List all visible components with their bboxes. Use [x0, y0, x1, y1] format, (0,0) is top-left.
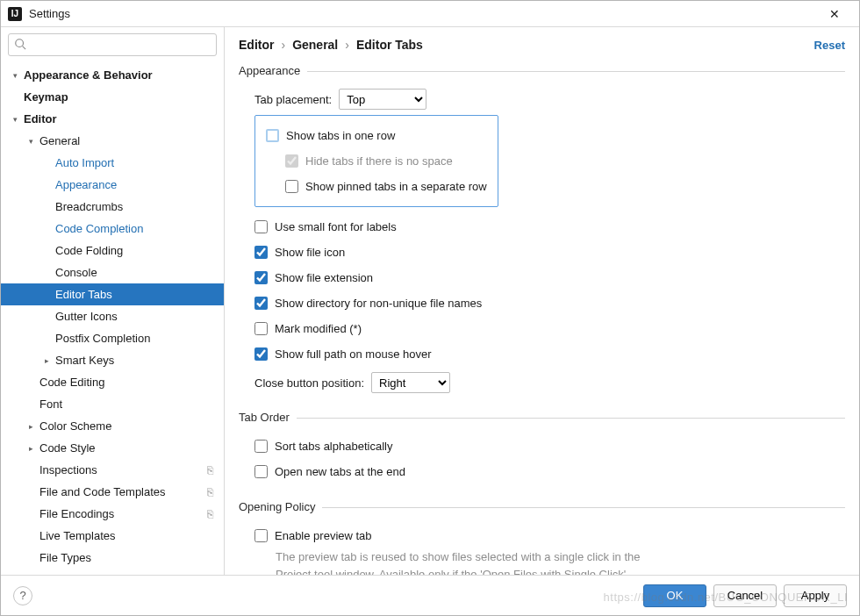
svg-line-1 — [23, 47, 26, 50]
tree-item-auto-import[interactable]: Auto Import — [1, 152, 224, 174]
show-file-icon-checkbox[interactable]: Show file icon — [239, 240, 845, 265]
tree-item-file-types[interactable]: File Types — [1, 547, 224, 569]
tree-item-label: Postfix Completion — [52, 332, 150, 345]
tree-item-breadcrumbs[interactable]: Breadcrumbs — [1, 196, 224, 218]
tree-item-label: Code Folding — [52, 244, 123, 257]
tree-item-appearance-behavior[interactable]: ▾Appearance & Behavior — [1, 64, 224, 86]
checkbox-icon — [254, 246, 268, 259]
settings-tree: ▾Appearance & BehaviorKeymap▾Editor▾Gene… — [1, 62, 224, 575]
tree-item-editor-tabs[interactable]: Editor Tabs — [1, 283, 224, 305]
tree-item-label: Keymap — [20, 90, 68, 104]
settings-content: Editor › General › Editor Tabs Reset App… — [225, 27, 859, 575]
project-scope-icon: ⎘ — [207, 508, 213, 520]
chevron-right-icon: ▸ — [25, 444, 36, 453]
cancel-button[interactable]: Cancel — [713, 584, 777, 607]
tree-item-label: Editor Tabs — [52, 288, 112, 301]
tree-item-label: Code Style — [36, 441, 96, 455]
apply-button[interactable]: Apply — [784, 584, 847, 607]
show-directory-checkbox[interactable]: Show directory for non-unique file names — [239, 290, 845, 316]
tree-item-gutter-icons[interactable]: Gutter Icons — [1, 305, 224, 327]
tree-item-code-completion[interactable]: Code Completion — [1, 218, 224, 240]
tree-item-color-scheme[interactable]: ▸Color Scheme — [1, 415, 224, 437]
tree-item-label: Gutter Icons — [52, 310, 118, 323]
tree-item-label: Console — [52, 266, 97, 279]
checkbox-icon — [254, 220, 268, 233]
group-opening-policy: Opening Policy — [239, 500, 845, 514]
tree-item-label: Code Completion — [52, 222, 143, 235]
tree-item-label: Appearance & Behavior — [20, 68, 153, 82]
close-button-position-select[interactable]: Right — [371, 372, 450, 393]
tab-placement-select[interactable]: Top — [339, 89, 426, 110]
tree-item-postfix-completion[interactable]: Postfix Completion — [1, 327, 224, 349]
help-button[interactable]: ? — [13, 586, 32, 605]
show-pinned-separate-checkbox[interactable]: Show pinned tabs in a separate row — [255, 174, 489, 199]
breadcrumb-seg[interactable]: General — [292, 38, 338, 52]
tabs-one-row-frame: Show tabs in one row Hide tabs if there … — [254, 115, 498, 207]
use-small-font-checkbox[interactable]: Use small font for labels — [239, 214, 845, 240]
tree-item-appearance[interactable]: Appearance — [1, 174, 224, 196]
sort-tabs-alpha-checkbox[interactable]: Sort tabs alphabetically — [239, 433, 845, 459]
tree-item-font[interactable]: Font — [1, 393, 224, 415]
checkbox-icon — [254, 322, 268, 335]
breadcrumb: Editor › General › Editor Tabs — [239, 38, 814, 52]
mark-modified-checkbox[interactable]: Mark modified (*) — [239, 316, 845, 341]
tree-item-editor[interactable]: ▾Editor — [1, 108, 224, 130]
group-appearance: Appearance — [239, 64, 845, 78]
tree-item-inspections[interactable]: Inspections⎘ — [1, 459, 224, 481]
breadcrumb-seg[interactable]: Editor — [239, 38, 274, 52]
chevron-down-icon: ▾ — [10, 71, 20, 80]
show-tabs-one-row-checkbox[interactable]: Show tabs in one row — [255, 123, 489, 148]
chevron-down-icon: ▾ — [25, 137, 36, 146]
tree-item-keymap[interactable]: Keymap — [1, 86, 224, 108]
show-file-extension-checkbox[interactable]: Show file extension — [239, 265, 845, 290]
tree-item-label: Code Editing — [36, 376, 104, 389]
checkbox-icon — [285, 180, 298, 193]
tree-item-smart-keys[interactable]: ▸Smart Keys — [1, 349, 224, 371]
checkbox-icon — [285, 154, 298, 168]
tree-item-label: Auto Import — [52, 156, 114, 169]
window-title: Settings — [29, 7, 817, 20]
checkbox-icon — [254, 465, 268, 478]
chevron-right-icon: ▸ — [25, 422, 36, 431]
reset-link[interactable]: Reset — [814, 39, 845, 52]
checkbox-icon — [254, 271, 268, 284]
tree-item-code-editing[interactable]: Code Editing — [1, 371, 224, 393]
chevron-down-icon: ▾ — [10, 115, 20, 124]
tree-item-code-style[interactable]: ▸Code Style — [1, 437, 224, 459]
tree-item-label: Editor — [20, 112, 57, 125]
show-full-path-checkbox[interactable]: Show full path on mouse hover — [239, 341, 845, 367]
tree-item-label: Appearance — [52, 178, 117, 191]
checkbox-icon — [254, 440, 268, 453]
tree-item-file-encodings[interactable]: File Encodings⎘ — [1, 503, 224, 525]
preview-tab-hint: The preview tab is reused to show files … — [239, 548, 660, 575]
tree-item-general[interactable]: ▾General — [1, 130, 224, 152]
ok-button[interactable]: OK — [643, 584, 706, 607]
tree-item-file-and-code-templates[interactable]: File and Code Templates⎘ — [1, 481, 224, 503]
chevron-right-icon: › — [281, 38, 285, 52]
titlebar: IJ Settings ✕ — [1, 1, 859, 27]
enable-preview-tab-checkbox[interactable]: Enable preview tab — [239, 523, 845, 548]
search-icon — [14, 38, 26, 50]
tab-placement-label: Tab placement: — [254, 93, 332, 106]
project-scope-icon: ⎘ — [207, 464, 213, 476]
close-button-position-label: Close button position: — [254, 376, 364, 390]
close-icon[interactable]: ✕ — [817, 7, 852, 21]
settings-sidebar: ▾Appearance & BehaviorKeymap▾Editor▾Gene… — [1, 27, 225, 575]
app-icon: IJ — [8, 7, 22, 21]
open-new-tabs-end-checkbox[interactable]: Open new tabs at the end — [239, 459, 845, 484]
breadcrumb-seg: Editor Tabs — [356, 38, 423, 52]
tree-item-label: File Types — [36, 551, 91, 564]
checkbox-icon — [254, 347, 268, 361]
tree-item-live-templates[interactable]: Live Templates — [1, 525, 224, 547]
tree-item-label: Smart Keys — [52, 354, 114, 367]
checkbox-icon — [254, 297, 268, 310]
search-box — [8, 33, 217, 56]
tree-item-label: Font — [36, 398, 62, 411]
button-bar: ? OK Cancel Apply — [1, 575, 859, 615]
tree-item-code-folding[interactable]: Code Folding — [1, 240, 224, 261]
hide-tabs-no-space-checkbox: Hide tabs if there is no space — [255, 148, 489, 174]
tree-item-label: Color Scheme — [36, 419, 111, 433]
project-scope-icon: ⎘ — [207, 486, 213, 498]
search-input[interactable] — [8, 33, 217, 56]
tree-item-console[interactable]: Console — [1, 261, 224, 283]
